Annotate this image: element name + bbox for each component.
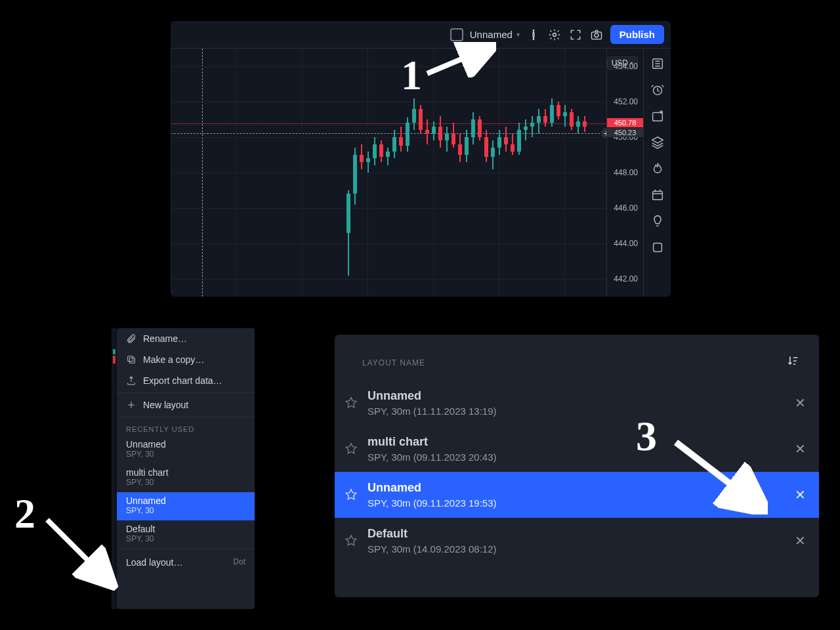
menu-item-label: Rename… [143,333,187,344]
new-layout-label: New layout [143,400,188,410]
star-icon[interactable] [344,488,358,502]
crosshair-price-badge: 450.23 [607,128,643,137]
svg-rect-10 [128,356,133,362]
price-tick: 444.00 [614,239,638,248]
annotation-1: 1 [401,51,422,100]
layers-icon[interactable] [650,135,665,150]
side-toolbar [643,49,671,297]
menu-item-paperclip[interactable]: Rename… [117,328,255,349]
layout-row[interactable]: UnnamedSPY, 30m (11.11.2023 13:19)✕ [335,380,819,426]
recent-layout-item[interactable]: multi chartSPY, 30 [117,464,255,492]
price-tick: 454.00 [614,62,638,71]
recent-name: Unnamed [126,495,245,506]
more-icon[interactable] [650,240,665,255]
svg-point-0 [553,33,556,36]
add-panel-icon[interactable] [650,109,665,123]
svg-rect-9 [129,358,135,363]
layout-row-sub: SPY, 30m (11.11.2023 13:19) [368,406,784,417]
recent-sub: SPY, 30 [126,450,245,459]
recent-sub: SPY, 30 [126,534,245,543]
layout-name-dropdown[interactable]: Unnamed ▾ [470,29,520,40]
price-scale[interactable]: USD ▾ 454.00452.00450.00448.00446.00444.… [606,49,643,297]
publish-button[interactable]: Publish [610,25,664,44]
svg-line-11 [47,520,109,581]
star-icon[interactable] [344,534,358,548]
svg-rect-7 [653,243,662,252]
recent-heading: RECENTLY USED [117,419,255,436]
load-layout-item[interactable]: Load layout… Dot [117,549,255,576]
chart-area[interactable]: + [171,49,606,297]
recent-layout-item[interactable]: DefaultSPY, 30 [117,520,255,549]
recent-layout-item[interactable]: UnnamedSPY, 30 [117,492,255,520]
fullscreen-icon[interactable] [568,28,583,42]
hotlist-icon[interactable] [650,161,665,176]
close-icon[interactable]: ✕ [793,534,807,548]
layout-row-name: Default [368,527,784,541]
star-icon[interactable] [344,442,358,456]
price-tick: 448.00 [614,168,638,177]
chart-toolbar: Unnamed ▾ Publish [171,21,671,49]
chevron-down-icon: ▾ [516,31,520,38]
close-icon[interactable]: ✕ [793,488,807,502]
grid-layout-icon[interactable] [450,28,463,41]
recent-name: Unnamed [126,439,245,450]
close-icon[interactable]: ✕ [793,442,807,456]
load-layout-hint: Dot [233,557,245,568]
price-tick: 446.00 [614,203,638,213]
load-layout-label: Load layout… [126,557,182,568]
layout-menu: Rename…Make a copy…Export chart data… Ne… [117,328,255,609]
camera-icon[interactable] [589,28,604,42]
layout-list-heading: LAYOUT NAME [362,358,425,368]
annotation-2: 2 [14,490,35,538]
settings-gear-icon[interactable] [547,28,562,42]
close-icon[interactable]: ✕ [793,396,807,410]
quick-search-icon[interactable] [526,28,541,42]
recent-name: Default [126,524,245,534]
recent-sub: SPY, 30 [126,506,245,515]
layout-row-sub: SPY, 30m (14.09.2023 08:12) [368,543,784,555]
recent-name: multi chart [126,467,245,478]
svg-rect-5 [652,113,662,121]
sort-icon[interactable] [786,354,799,371]
menu-item-export[interactable]: Export chart data… [117,370,255,391]
menu-item-copy[interactable]: Make a copy… [117,349,255,370]
menu-separator [117,392,255,393]
svg-rect-6 [652,192,662,200]
crosshair-add-icon[interactable]: + [601,128,606,138]
annotation-3: 3 [636,412,657,461]
watchlist-icon[interactable] [650,56,665,71]
alarm-icon[interactable] [650,83,665,97]
price-tick: 452.00 [614,97,638,106]
svg-line-12 [676,442,760,507]
menu-item-label: Export chart data… [143,375,222,386]
layout-row-name: Unnamed [368,389,784,403]
recent-layout-item[interactable]: UnnamedSPY, 30 [117,436,255,464]
idea-icon[interactable] [650,214,665,228]
star-icon[interactable] [344,396,358,410]
layout-row[interactable]: DefaultSPY, 30m (14.09.2023 08:12)✕ [335,518,819,564]
svg-point-2 [595,33,598,37]
svg-line-8 [427,47,490,74]
recent-sub: SPY, 30 [126,478,245,487]
calendar-icon[interactable] [650,188,665,202]
price-tick: 442.00 [614,274,638,284]
menu-separator [117,417,255,417]
last-price-badge: 450.78 [607,118,643,127]
layout-name-label: Unnamed [470,29,513,40]
new-layout-item[interactable]: New layout [117,394,255,415]
menu-item-label: Make a copy… [143,354,204,365]
